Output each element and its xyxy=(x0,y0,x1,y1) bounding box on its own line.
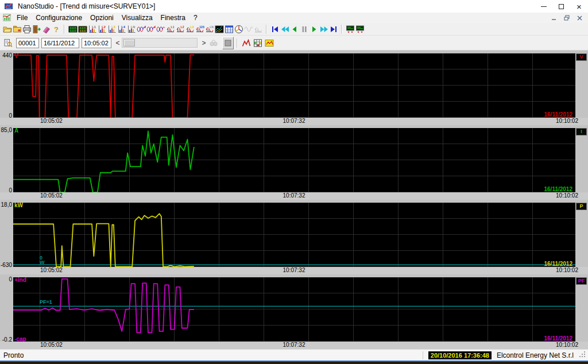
power-trace xyxy=(13,203,575,267)
stop-button[interactable] xyxy=(222,37,234,49)
skip-to-end-button[interactable] xyxy=(328,24,338,35)
navigation-toolbar: < > xyxy=(0,36,588,51)
power-unit-label: kW xyxy=(14,202,23,208)
time-mid-label: 10:07:32 xyxy=(283,192,305,199)
menu-item-configurazione[interactable]: Configurazione xyxy=(32,13,86,23)
play-button[interactable] xyxy=(309,24,319,35)
menu-item-opzioni[interactable]: Opzioni xyxy=(86,13,118,23)
statusbar-separator xyxy=(423,351,423,359)
voltage-trace xyxy=(13,53,575,118)
harmonics-l3-button[interactable]: L3 xyxy=(185,24,195,35)
y-max-label: 0 xyxy=(9,276,12,282)
menu-item-visualizza[interactable]: Visualizza xyxy=(118,13,157,23)
table-report-button[interactable] xyxy=(252,37,264,49)
waveform-v-button[interactable]: A xyxy=(136,24,146,35)
print-button[interactable] xyxy=(22,24,32,35)
mdi-close-button[interactable] xyxy=(575,14,583,21)
histogram-ln-button[interactable]: LN xyxy=(126,24,136,35)
menu-item-finestra[interactable]: Finestra xyxy=(157,13,189,23)
y-max-label: 440 xyxy=(2,52,12,59)
time-mid-label: 10:07:32 xyxy=(283,267,305,273)
open-file-button[interactable] xyxy=(2,24,12,35)
current-time-axis: 10:05:02 10:07:32 10:10:02 xyxy=(0,192,588,200)
phasor-view-button[interactable] xyxy=(234,24,243,35)
menu-item-help[interactable]: ? xyxy=(189,13,202,23)
svg-text:L3: L3 xyxy=(111,25,115,29)
export-button[interactable] xyxy=(32,24,41,35)
power-plot[interactable]: kW 0 W 16/11/2012 xyxy=(13,203,575,267)
histogram-l2-button[interactable]: L2 xyxy=(97,24,107,35)
minimize-button[interactable] xyxy=(535,0,552,13)
waveform-i-button[interactable]: A xyxy=(146,24,156,35)
harmonics-l123-button[interactable]: 123 xyxy=(195,24,204,35)
harmonics-l2-button[interactable]: L2 xyxy=(175,24,185,35)
status-ready-text: Pronto xyxy=(3,351,24,359)
window-title: NanoStudio - [Trend di misure<SURVEY01>] xyxy=(18,2,155,10)
trend-charts-area: 440 0 V 16/11/2012 V 10:05:02 10:07:32 1… xyxy=(0,51,588,349)
current-right-gutter: I xyxy=(575,128,588,192)
time-end-label: 10:10:02 xyxy=(556,342,578,348)
harmonics-l1-button[interactable]: L1 xyxy=(165,24,175,35)
trend-pane-current: 85,0 0 A 16/11/2012 I 10:05:02 10:07:32 … xyxy=(0,128,588,200)
led-display-1-button[interactable]: 8.8.88.8.8 xyxy=(68,24,78,35)
record-scrollbar[interactable] xyxy=(122,38,198,48)
power-y-axis: 18,0 -630 xyxy=(0,203,13,267)
menubar: FileConfigurazioneOpzioniVisualizzaFines… xyxy=(0,13,588,23)
titlebar: NanoStudio - [Trend di misure<SURVEY01>]… xyxy=(0,0,588,13)
marker-end-button[interactable] xyxy=(355,24,365,35)
marker-start-button[interactable] xyxy=(345,24,355,35)
close-button[interactable]: × xyxy=(570,0,588,13)
skip-to-start-button[interactable] xyxy=(270,24,280,35)
trend-pane-power: 18,0 -630 kW 0 W 16/11/2012 P 10:05:02 1… xyxy=(0,203,588,274)
scroll-next-button[interactable]: > xyxy=(200,38,208,48)
waveform-vi-button[interactable] xyxy=(156,24,165,35)
table-view-button[interactable] xyxy=(224,24,234,35)
power-time-axis: 10:05:02 10:07:32 10:10:02 xyxy=(0,267,588,274)
scroll-prev-button[interactable]: < xyxy=(114,38,122,48)
record-date-field[interactable] xyxy=(41,38,79,48)
pause-button[interactable] xyxy=(299,24,309,35)
menu-item-file[interactable]: File xyxy=(13,13,32,23)
led-display-2-button[interactable]: 8.8.88.8.8 xyxy=(78,24,87,35)
alarm-report-button[interactable] xyxy=(264,37,275,49)
scrollbar-thumb[interactable] xyxy=(123,39,135,47)
close-file-button[interactable] xyxy=(12,24,22,35)
current-plot[interactable]: A 16/11/2012 xyxy=(13,128,575,192)
harmonics-ln-button[interactable]: LN xyxy=(204,24,214,35)
current-y-axis: 85,0 0 xyxy=(0,128,13,192)
record-number-field[interactable] xyxy=(16,38,39,48)
pf-plot[interactable]: +ind -cap PF=1 16/11/2012 xyxy=(13,277,575,342)
time-start-label: 10:05:02 xyxy=(40,342,63,348)
current-badge: I xyxy=(576,128,587,135)
svg-text:123: 123 xyxy=(199,25,204,29)
status-datetime: 20/10/2016 17:36:48 xyxy=(428,351,492,359)
step-back-button[interactable] xyxy=(289,24,299,35)
trend-view-button[interactable] xyxy=(214,24,224,35)
histogram-l4-button[interactable]: L4 xyxy=(117,24,126,35)
histogram-l3-button[interactable]: L3 xyxy=(107,24,117,35)
voltage-plot[interactable]: V 16/11/2012 xyxy=(13,53,575,118)
current-unit-label: A xyxy=(14,127,18,134)
y-max-label: 18,0 xyxy=(1,202,12,208)
pf-inductive-label: +ind xyxy=(14,277,26,283)
record-search-button[interactable] xyxy=(2,37,14,49)
erase-button[interactable] xyxy=(41,24,51,35)
fast-rewind-button[interactable] xyxy=(280,24,289,35)
svg-text:8.8.8: 8.8.8 xyxy=(79,29,86,32)
voltage-y-axis: 440 0 xyxy=(0,53,13,118)
maximize-button[interactable] xyxy=(552,0,570,13)
svg-text:L1: L1 xyxy=(92,25,95,29)
resize-grip[interactable] xyxy=(579,351,586,360)
help-button[interactable]: ? xyxy=(51,24,61,35)
time-end-label: 10:10:02 xyxy=(556,192,578,199)
time-start-label: 10:05:02 xyxy=(40,118,63,124)
voltage-date-label: 16/11/2012 xyxy=(544,111,573,118)
time-end-label: 10:10:02 xyxy=(556,267,578,273)
svg-text:L1: L1 xyxy=(171,25,174,29)
histogram-l1-button[interactable]: L1 xyxy=(87,24,97,35)
fast-forward-button[interactable] xyxy=(319,24,328,35)
trend-report-button[interactable] xyxy=(241,37,252,49)
mdi-restore-button[interactable] xyxy=(563,14,571,21)
record-time-field[interactable] xyxy=(82,38,111,48)
mdi-minimize-button[interactable] xyxy=(550,14,558,21)
